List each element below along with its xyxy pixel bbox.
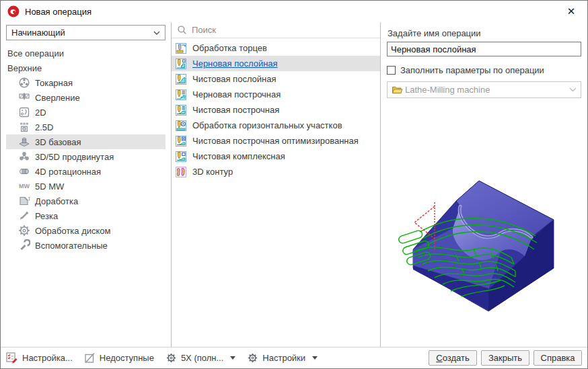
create-button[interactable]: Создать <box>429 350 477 366</box>
category-group-top[interactable]: Верхние <box>6 60 166 75</box>
close-icon[interactable]: ✕ <box>562 3 581 19</box>
category-item-2-5d[interactable]: 2.5D <box>6 120 166 134</box>
impeller-icon <box>18 151 30 163</box>
mw-icon: MW <box>18 180 30 192</box>
disk-machining-icon <box>18 224 30 237</box>
roughing-waterline-icon <box>176 58 186 69</box>
rotary-cylinder-icon <box>18 165 30 177</box>
2d-machining-icon <box>18 106 30 118</box>
chevron-down-icon <box>153 31 160 35</box>
machine-dropdown-value: Lathe-Milling machine <box>405 85 490 95</box>
category-item-disk-machining[interactable]: Обработка диском <box>6 223 166 238</box>
operation-item-finishing-waterline[interactable]: Чистовая послойная <box>172 71 380 87</box>
dialog-buttons: Создать Закрыть Справка <box>429 350 582 366</box>
operation-item-horizontal-areas[interactable]: Обработка горизонтальных участков <box>172 118 380 133</box>
category-group-all[interactable]: Все операции <box>6 46 166 60</box>
auxiliary-wrench-icon <box>18 239 30 251</box>
unavailable-tool[interactable]: Недоступные <box>84 352 154 364</box>
drilling-icon <box>18 91 30 104</box>
gear-icon <box>247 352 258 364</box>
sprutcam-logo-icon <box>7 5 20 17</box>
settings-dropdown[interactable]: Настройки <box>247 352 318 364</box>
operation-item-3d-contour[interactable]: 3D контур <box>172 164 380 179</box>
machine-dropdown[interactable]: Lathe-Milling machine <box>387 81 581 98</box>
fill-parameters-label: Заполнить параметры по операции <box>400 65 544 75</box>
footer-bar: Настройка... Недоступные 5X (полн... Нас… <box>1 347 587 368</box>
finishing-complex-icon <box>176 151 186 162</box>
operation-name-input[interactable] <box>387 42 581 56</box>
help-button[interactable]: Справка <box>534 350 582 366</box>
fill-parameters-checkbox[interactable] <box>387 66 396 75</box>
skill-level-value: Начинающий <box>11 28 65 38</box>
model-preview-image <box>397 171 564 318</box>
operation-item-optimized-plane[interactable]: Чистовая построчная оптимизированная <box>172 133 380 149</box>
category-item-drilling[interactable]: Сверление <box>6 90 166 105</box>
category-item-lathe[interactable]: Токарная <box>6 75 166 90</box>
face-milling-icon <box>176 43 186 54</box>
dialog-content: Начинающий Все операции Верхние Токарная <box>1 22 587 347</box>
unavailable-icon <box>84 352 96 364</box>
category-item-3d-base[interactable]: 3D базовая <box>6 134 166 149</box>
finishing-plane-icon <box>176 105 186 116</box>
operation-list: Обработка торцев Черновая послойная Чист… <box>172 40 380 179</box>
category-item-4d-rotary[interactable]: 4D ротационная <box>6 164 166 179</box>
operation-item-roughing-waterline[interactable]: Черновая послойная <box>172 56 380 71</box>
dialog-title: Новая операция <box>25 7 91 17</box>
category-item-cutting[interactable]: Резка <box>6 208 166 223</box>
3d-contour-icon <box>176 167 186 177</box>
fill-parameters-row: Заполнить параметры по операции <box>387 65 581 75</box>
category-item-auxiliary[interactable]: Вспомогательные <box>6 238 166 253</box>
rest-machining-icon <box>18 195 30 207</box>
optimized-plane-icon <box>176 136 186 147</box>
title-bar: Новая операция ✕ <box>1 1 587 22</box>
roughing-plane-icon <box>176 89 186 100</box>
machining-mode-dropdown[interactable]: 5X (полн... <box>166 352 235 364</box>
operation-item-finishing-complex[interactable]: Чистовая комплексная <box>172 149 380 164</box>
category-panel: Начинающий Все операции Верхние Токарная <box>1 22 171 347</box>
finishing-waterline-icon <box>176 74 186 85</box>
settings-tool[interactable]: Настройка... <box>6 352 73 364</box>
chevron-down-icon[interactable] <box>230 356 235 360</box>
category-item-2d[interactable]: 2D <box>6 105 166 120</box>
chevron-down-icon <box>569 87 577 92</box>
category-item-3d-5d-advanced[interactable]: 3D/5D продвинутая <box>6 149 166 164</box>
cutting-icon <box>18 210 30 222</box>
category-list: Все операции Верхние Токарная Сверление <box>6 46 166 253</box>
gear-icon <box>166 352 177 364</box>
search-bar <box>172 22 380 38</box>
category-item-5d-mw[interactable]: MW 5D MW <box>6 179 166 194</box>
category-item-rest-machining[interactable]: Доработка <box>6 194 166 208</box>
operation-panel: Обработка торцев Черновая послойная Чист… <box>171 22 381 347</box>
search-icon <box>177 25 187 35</box>
setup-checklist-icon <box>6 352 18 364</box>
horizontal-areas-icon <box>176 120 186 131</box>
folder-icon <box>392 85 403 95</box>
search-input[interactable] <box>192 25 375 35</box>
2-5d-machining-icon <box>18 121 30 133</box>
3d-base-icon <box>18 136 30 148</box>
close-button[interactable]: Закрыть <box>481 350 529 366</box>
lathe-chuck-icon <box>18 77 30 89</box>
operation-preview <box>397 171 564 318</box>
new-operation-dialog: Новая операция ✕ Начинающий Все операции… <box>0 0 588 369</box>
chevron-down-icon[interactable] <box>312 356 318 360</box>
operation-settings-panel: Задайте имя операции Заполнить параметры… <box>381 22 587 347</box>
operation-item-finishing-plane[interactable]: Чистовая построчная <box>172 102 380 118</box>
operation-name-label: Задайте имя операции <box>388 28 581 38</box>
operation-item-face-milling[interactable]: Обработка торцев <box>172 40 380 56</box>
skill-level-dropdown[interactable]: Начинающий <box>6 25 166 40</box>
operation-item-roughing-plane[interactable]: Черновая построчная <box>172 87 380 102</box>
